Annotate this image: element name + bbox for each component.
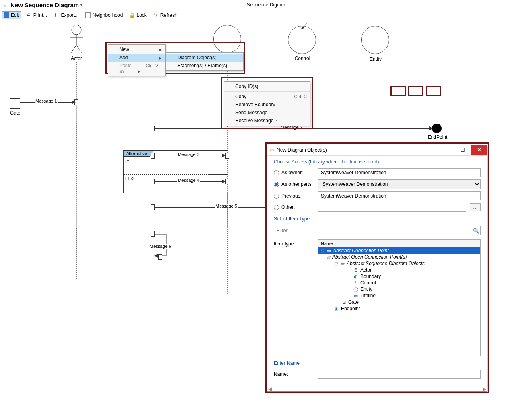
msg1-label[interactable]: Message 1 [35, 99, 58, 103]
context-menu-1-sub: Diagram Object(s) Fragment(s) / Frame(s) [166, 52, 244, 71]
page-title: New Sequence Diagram [10, 2, 79, 8]
tree-root[interactable]: ⊟▭Abstract Connection Point [318, 247, 480, 254]
highlight-box-a [390, 86, 406, 96]
ctx2-remove[interactable]: ☐ Remove Boundary [224, 101, 310, 109]
context-menu-1: New▶ Add▶ Paste as Ctrl+V ▶ [108, 44, 166, 76]
center-title: Sequence Digram [246, 2, 285, 8]
neighborhood-button[interactable]: Neighborhood [84, 12, 124, 19]
tree-l2[interactable]: ⊟▭Abstract Sequence Diagram Objects [318, 260, 480, 267]
lifeline-activation-6b[interactable] [158, 254, 162, 260]
msg5-line [155, 207, 265, 208]
ctx1-new[interactable]: New▶ [108, 45, 165, 54]
enter-name-header: Enter Name [267, 357, 487, 369]
tree-boundary[interactable]: ◐Boundary [318, 273, 480, 280]
gate-box[interactable] [10, 98, 20, 109]
minimize-button[interactable]: — [439, 145, 455, 155]
as-owner-input[interactable] [318, 168, 481, 177]
tree-endpoint[interactable]: ◉Endpoint [318, 305, 480, 312]
lifeline-activation-5[interactable] [151, 204, 155, 210]
filter-field[interactable]: 🔍 [274, 226, 481, 235]
fragment-else: ELSE [125, 177, 136, 181]
filter-input[interactable] [274, 226, 472, 235]
endpoint-circle[interactable] [432, 124, 442, 133]
diagram-canvas[interactable]: Actor LifeLine Control Entity Gate Messa… [0, 21, 532, 420]
entity-lifeline [375, 63, 375, 143]
entity-shape[interactable] [361, 26, 389, 54]
item-type-label: Item type: [274, 239, 314, 247]
search-icon[interactable]: 🔍 [472, 228, 480, 234]
endpoint-label: EndPoint [421, 134, 454, 140]
context-menu-2: Copy ID(s) CopyCtrl+C ☐ Remove Boundary … [224, 81, 310, 126]
ctx1-sub-fragment[interactable]: Fragment(s) / Frame(s) [166, 62, 243, 70]
previous-input[interactable] [318, 191, 481, 200]
ctx2-receive[interactable]: Receive Message ← [224, 117, 310, 125]
boundary-activation-3[interactable] [225, 153, 229, 159]
fragment-operator: Alternative [123, 150, 150, 157]
close-button[interactable]: ✕ [471, 145, 487, 155]
item-icon: ▭ [339, 261, 345, 266]
msg4-label[interactable]: Message 4 [177, 178, 200, 183]
as-owner-radio[interactable]: As owner: [274, 170, 314, 175]
msg5-label[interactable]: Message 5 [215, 204, 238, 208]
dialog-titlebar[interactable]: ▭ New Diagram Object(s) — ☐ ✕ [267, 144, 487, 156]
tree-col-name[interactable]: Name [318, 240, 480, 247]
alt-fragment[interactable]: Alternative IF ELSE [123, 150, 228, 193]
highlight-box-b [408, 86, 423, 96]
msg1-arrowhead [72, 100, 76, 104]
submenu-arrow-icon: ▶ [138, 69, 141, 74]
edit-button[interactable]: Edit [2, 11, 21, 19]
neighborhood-icon [85, 12, 91, 18]
tree-lifeline[interactable]: ▭Lifeline [318, 292, 480, 299]
as-other-radio[interactable]: As other parts: [274, 181, 314, 187]
maximize-button[interactable]: ☐ [455, 145, 471, 155]
name-input[interactable] [318, 370, 481, 379]
msg3-label[interactable]: Message 3 [177, 152, 200, 157]
other-input[interactable] [318, 203, 466, 212]
lifeline-activation-4a[interactable] [151, 179, 155, 184]
ctx1-paste[interactable]: Paste as Ctrl+V ▶ [108, 62, 165, 75]
control-icon: ↻ [353, 280, 359, 286]
lifeline-activation-3a[interactable] [151, 153, 155, 159]
lifeline-header[interactable]: LifeLine [131, 29, 175, 45]
toolbar: Edit 🖨 Print... ⬇ Export... Neighborhood… [0, 10, 532, 20]
other-radio[interactable]: Other: [274, 204, 314, 210]
print-icon: 🖨 [26, 12, 32, 18]
entity-icon: ◯ [353, 286, 359, 292]
export-icon: ⬇ [53, 12, 59, 18]
export-button[interactable]: ⬇ Export... [52, 12, 80, 19]
ctx2-send[interactable]: Send Message → [224, 109, 310, 117]
tree-gate[interactable]: ⊡Gate [318, 299, 480, 305]
ctx1-sub-diagram[interactable]: Diagram Object(s) [166, 54, 243, 62]
item-type-tree[interactable]: Name ⊟▭Abstract Connection Point ⊟Abstra… [318, 239, 481, 356]
choose-access-header: Choose Access (Library where the item is… [267, 156, 487, 167]
item-icon: ▭ [326, 248, 331, 253]
tree-actor[interactable]: 웃Actor [318, 267, 480, 273]
fragment-divider [124, 174, 228, 175]
lock-button[interactable]: 🔒 Lock [127, 12, 148, 19]
endpoint-icon: ◉ [334, 306, 339, 311]
svg-point-0 [72, 25, 81, 35]
svg-marker-7 [154, 253, 158, 258]
ctx1-add[interactable]: Add▶ [108, 54, 165, 62]
tree-control[interactable]: ↻Control [318, 280, 480, 286]
svg-line-4 [76, 45, 82, 53]
as-other-select[interactable]: SystemWeaver Demonstration [318, 179, 481, 189]
tree-entity[interactable]: ◯Entity [318, 286, 480, 292]
browse-button[interactable]: … [470, 203, 481, 211]
actor-lifeline [76, 62, 77, 279]
ctx2-copy[interactable]: CopyCtrl+C [224, 93, 310, 101]
control-label: Control [286, 56, 318, 61]
print-button[interactable]: 🖨 Print... [25, 12, 49, 19]
refresh-button[interactable]: ↻ Refresh [152, 12, 179, 19]
actor-shape[interactable] [68, 24, 84, 54]
ctx2-copyid[interactable]: Copy ID(s) [224, 82, 310, 92]
boundary-shape[interactable] [213, 25, 241, 53]
title-dropdown-caret[interactable]: ▾ [80, 3, 82, 7]
tree-l1[interactable]: ⊟Abstract Open Connection Point(s) [318, 254, 480, 260]
lifeline-activation-2[interactable] [151, 126, 155, 131]
previous-radio[interactable]: Previous: [274, 193, 314, 199]
actor-icon: 웃 [353, 267, 359, 273]
control-shape[interactable] [288, 26, 316, 54]
boundary-activation-4[interactable] [225, 179, 229, 184]
msg6-label[interactable]: Message 6 [149, 244, 172, 249]
